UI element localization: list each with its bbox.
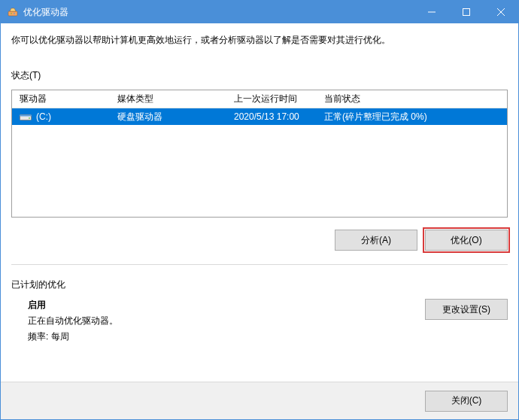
app-window: 优化驱动器 你可以优化驱动器以帮助计算机更高效地运行，或者分析驱动器以了解是否需… bbox=[0, 0, 519, 420]
change-settings-button[interactable]: 更改设置(S) bbox=[425, 299, 508, 320]
schedule-row: 启用 正在自动优化驱动器。 频率: 每周 更改设置(S) bbox=[11, 299, 508, 346]
section-divider bbox=[11, 264, 508, 265]
content-area: 你可以优化驱动器以帮助计算机更高效地运行，或者分析驱动器以了解是否需要对其进行优… bbox=[1, 23, 518, 382]
drive-media: 硬盘驱动器 bbox=[110, 111, 226, 123]
close-button[interactable] bbox=[484, 1, 518, 23]
maximize-button[interactable] bbox=[449, 1, 484, 23]
svg-rect-4 bbox=[463, 9, 470, 16]
col-header-last[interactable]: 上一次运行时间 bbox=[226, 93, 317, 105]
drive-name: (C:) bbox=[36, 111, 51, 122]
svg-rect-0 bbox=[8, 11, 17, 16]
svg-point-2 bbox=[14, 13, 15, 14]
svg-rect-8 bbox=[20, 115, 32, 117]
schedule-auto-line: 正在自动优化驱动器。 bbox=[28, 315, 410, 327]
hdd-icon bbox=[20, 112, 32, 121]
drive-list-header: 驱动器 媒体类型 上一次运行时间 当前状态 bbox=[12, 90, 507, 108]
drive-last-run: 2020/5/13 17:00 bbox=[226, 111, 317, 122]
schedule-info: 启用 正在自动优化驱动器。 频率: 每周 bbox=[11, 299, 410, 346]
status-label: 状态(T) bbox=[11, 69, 508, 82]
close-dialog-button[interactable]: 关闭(C) bbox=[425, 391, 508, 412]
schedule-section-title: 已计划的优化 bbox=[11, 278, 508, 291]
description-text: 你可以优化驱动器以帮助计算机更高效地运行，或者分析驱动器以了解是否需要对其进行优… bbox=[11, 34, 508, 47]
col-header-drive[interactable]: 驱动器 bbox=[12, 93, 110, 105]
app-icon bbox=[7, 6, 19, 18]
svg-point-1 bbox=[11, 13, 12, 14]
analyze-button[interactable]: 分析(A) bbox=[335, 230, 417, 251]
dialog-footer: 关闭(C) bbox=[1, 382, 518, 419]
title-bar: 优化驱动器 bbox=[1, 1, 518, 23]
window-title: 优化驱动器 bbox=[23, 6, 414, 19]
optimize-button[interactable]: 优化(O) bbox=[425, 230, 508, 251]
col-header-state[interactable]: 当前状态 bbox=[317, 93, 507, 105]
schedule-freq-line: 频率: 每周 bbox=[28, 330, 410, 343]
action-button-row: 分析(A) 优化(O) bbox=[11, 230, 508, 251]
schedule-on-label: 启用 bbox=[28, 299, 410, 312]
svg-point-9 bbox=[29, 117, 30, 119]
drive-state: 正常(碎片整理已完成 0%) bbox=[317, 111, 507, 123]
col-header-media[interactable]: 媒体类型 bbox=[110, 93, 226, 105]
minimize-button[interactable] bbox=[414, 1, 449, 23]
drive-row[interactable]: (C:) 硬盘驱动器 2020/5/13 17:00 正常(碎片整理已完成 0%… bbox=[12, 108, 507, 125]
drive-list[interactable]: 驱动器 媒体类型 上一次运行时间 当前状态 (C:) 硬盘驱动器 bbox=[11, 90, 508, 218]
